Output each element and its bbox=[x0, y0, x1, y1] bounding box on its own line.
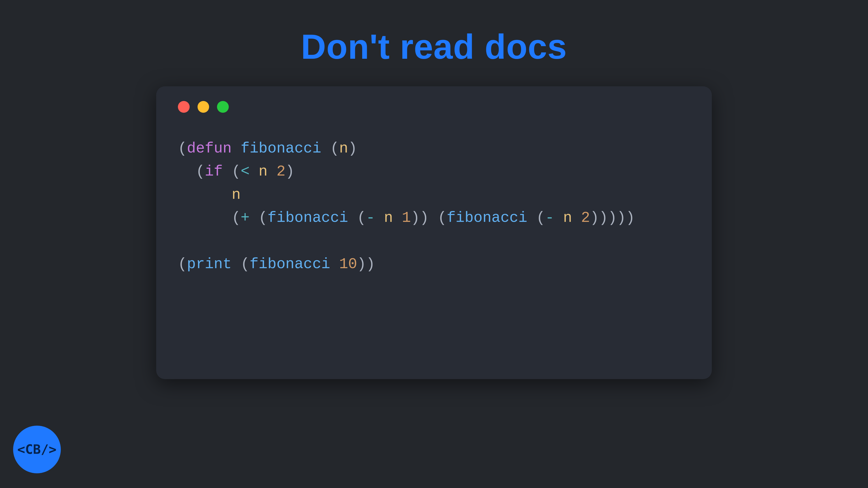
minimize-dot-icon bbox=[197, 101, 209, 113]
code-token: ( bbox=[178, 140, 187, 157]
code-token: ( bbox=[178, 209, 241, 226]
code-token: - bbox=[366, 209, 375, 226]
code-token: ) bbox=[285, 163, 294, 180]
code-token: if bbox=[205, 163, 223, 180]
code-token: ( bbox=[232, 256, 250, 273]
code-token bbox=[250, 163, 258, 180]
code-token: ( bbox=[178, 163, 205, 180]
code-token bbox=[268, 163, 277, 180]
code-token: ))))) bbox=[590, 209, 635, 226]
code-token: defun bbox=[187, 140, 232, 157]
code-token: )) ( bbox=[411, 209, 447, 226]
code-token bbox=[375, 209, 384, 226]
code-token bbox=[554, 209, 563, 226]
code-token: ( bbox=[527, 209, 545, 226]
close-dot-icon bbox=[178, 101, 190, 113]
code-token: print bbox=[187, 256, 232, 273]
code-token: n bbox=[258, 163, 268, 180]
code-token: ( bbox=[223, 163, 241, 180]
code-token: ( bbox=[321, 140, 339, 157]
slide: Don't read docs (defun fibonacci (n) (if… bbox=[0, 0, 868, 488]
code-token: n bbox=[384, 209, 393, 226]
code-token: fibonacci bbox=[268, 209, 348, 226]
code-token bbox=[393, 209, 402, 226]
code-token: ( bbox=[348, 209, 366, 226]
code-token: 2 bbox=[581, 209, 590, 226]
code-block: (defun fibonacci (n) (if (< n 2) n (+ (f… bbox=[178, 137, 690, 276]
code-token bbox=[178, 186, 232, 203]
maximize-dot-icon bbox=[217, 101, 229, 113]
code-token: + bbox=[241, 209, 250, 226]
code-token: n bbox=[563, 209, 572, 226]
code-token bbox=[572, 209, 581, 226]
code-token: n bbox=[339, 140, 348, 157]
code-token: )) bbox=[357, 256, 375, 273]
code-token bbox=[330, 256, 339, 273]
code-token bbox=[232, 140, 241, 157]
code-token: fibonacci bbox=[250, 256, 330, 273]
code-token: 1 bbox=[402, 209, 411, 226]
code-token: fibonacci bbox=[447, 209, 527, 226]
code-token: 10 bbox=[339, 256, 357, 273]
code-token: - bbox=[545, 209, 554, 226]
slide-title: Don't read docs bbox=[301, 27, 567, 67]
code-token: < bbox=[241, 163, 250, 180]
code-token: ( bbox=[250, 209, 268, 226]
code-token: fibonacci bbox=[241, 140, 321, 157]
code-token: 2 bbox=[276, 163, 285, 180]
traffic-lights bbox=[178, 101, 690, 113]
code-token: ) bbox=[348, 140, 357, 157]
code-token: n bbox=[232, 186, 241, 203]
code-token: ( bbox=[178, 256, 187, 273]
code-window: (defun fibonacci (n) (if (< n 2) n (+ (f… bbox=[156, 86, 712, 379]
logo-badge: <CB/> bbox=[13, 426, 61, 473]
